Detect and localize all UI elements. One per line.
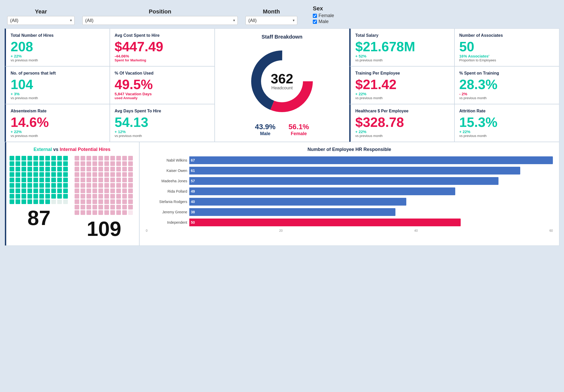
kpi-vacation-value: 49.5% — [115, 78, 210, 91]
kpi-absenteeism-title: Absenteeism Rate — [11, 108, 105, 113]
kpi-total-salary-sub: vs previous month — [355, 58, 450, 62]
waffle-internal-block: 109 — [75, 156, 133, 241]
sex-female-option[interactable]: Female — [313, 13, 334, 18]
waffle-panel: External vs Internal Potential Hires 87 … — [5, 142, 139, 246]
bar-row: Independent50 — [146, 219, 553, 226]
kpi-num-associates-sub: Proportion to Employees — [459, 58, 555, 62]
kpi-healthcare-value: $328.78 — [355, 115, 450, 129]
bar-value: 50 — [191, 220, 195, 224]
kpi-persons-left-value: 104 — [11, 78, 105, 91]
kpi-pct-training-change: - 2% — [459, 92, 555, 96]
kpi-absenteeism-value: 14.6% — [11, 115, 105, 129]
donut-chart: 362 Headcount — [246, 45, 318, 118]
kpi-avg-days-value: 54.13 — [115, 115, 210, 129]
kpi-total-hires-change: + 22% — [11, 54, 105, 58]
gender-male: 43.9% Male — [255, 123, 276, 136]
bar-chart-rows: Nabil Wilkins67Kaiser Owen61Madeeha Jone… — [146, 156, 553, 226]
bar-outer: 38 — [189, 208, 553, 216]
kpi-absenteeism-sub: vs previous month — [11, 134, 105, 138]
position-filter-label: Position — [149, 8, 171, 15]
kpi-num-associates-title: Number of Associates — [459, 33, 555, 38]
kpi-total-hires: Total Number of Hires 208 + 22% vs previ… — [5, 28, 110, 66]
kpi-avg-cost: Avg Cost Spent to Hire $447.49 -44.06% S… — [110, 28, 215, 66]
kpi-persons-left-change: + 3% — [11, 92, 105, 96]
year-filter-label: Year — [35, 8, 47, 15]
kpi-training-per-emp: Training Per Employee $21.42 + 22% vs pr… — [349, 66, 454, 104]
bar-value: 38 — [191, 210, 195, 214]
bar-row-name: Kaiser Owen — [146, 169, 187, 173]
year-filter-select[interactable]: (All) — [7, 16, 75, 25]
bar-row-name: Jeremy Greene — [146, 210, 187, 214]
female-pct: 56.1% — [288, 123, 309, 131]
kpi-training-per-emp-title: Training Per Employee — [355, 71, 450, 76]
kpi-total-hires-sub: vs previous month — [11, 58, 105, 62]
kpi-healthcare-title: Healthcare $ Per Employee — [355, 108, 450, 113]
bar-row: Jeremy Greene38 — [146, 208, 553, 216]
kpi-training-per-emp-sub: vs previous month — [355, 96, 450, 100]
kpi-pct-training-title: % Spent on Training — [459, 71, 555, 76]
sex-male-label: Male — [319, 19, 329, 24]
bar-outer: 49 — [189, 187, 553, 195]
kpi-attrition-sub: vs previous month — [459, 134, 555, 138]
bar-outer: 57 — [189, 177, 553, 185]
axis-60: 60 — [549, 229, 553, 233]
bar-outer: 61 — [189, 167, 553, 175]
sex-female-checkbox[interactable] — [313, 14, 317, 18]
kpi-avg-cost-title: Avg Cost Spent to Hire — [115, 33, 210, 38]
kpi-pct-training: % Spent on Training 28.3% - 2% vs previo… — [454, 66, 560, 104]
kpi-attrition: Attrition Rate 15.3% + 22% vs previous m… — [454, 104, 560, 142]
waffle-internal-value: 109 — [75, 217, 133, 241]
kpi-attrition-value: 15.3% — [459, 115, 555, 129]
kpi-avg-cost-value: $447.49 — [115, 40, 210, 53]
bar-row-name: Independent — [146, 220, 187, 224]
kpi-num-associates: Number of Associates 50 16% Associates' … — [454, 28, 560, 66]
gender-row: 43.9% Male 56.1% Female — [255, 123, 309, 136]
month-filter-label: Month — [263, 8, 280, 15]
kpi-vacation-title: % Of Vacation Used — [115, 71, 210, 76]
bar-fill: 57 — [189, 177, 498, 185]
kpi-avg-cost-change: -44.06% — [115, 54, 210, 58]
staff-breakdown-panel: Staff Breakdown 362 Headcount 43.9% — [215, 28, 349, 142]
bar-row: Nabil Wilkins67 — [146, 156, 553, 164]
kpi-num-associates-change: 16% Associates' — [459, 54, 555, 58]
bar-fill: 38 — [189, 208, 395, 216]
bar-chart-title: Number of Employee HR Responsible — [146, 147, 553, 152]
bar-row-name: Madeeha Jones — [146, 179, 187, 183]
kpi-total-salary: Total Salary $21.678M + 52% vs previous … — [349, 28, 454, 66]
waffle-title-internal: Internal Potential Hires — [60, 147, 111, 152]
bar-row: Rida Pollard49 — [146, 187, 553, 195]
kpi-healthcare-sub: vs previous month — [355, 134, 450, 138]
axis-20: 20 — [279, 229, 283, 233]
bar-fill: 67 — [189, 156, 553, 164]
sex-filter-group: Sex Female Male — [313, 5, 334, 25]
kpi-total-salary-title: Total Salary — [355, 33, 450, 38]
bar-row-name: Rida Pollard — [146, 189, 187, 193]
male-pct: 43.9% — [255, 123, 276, 131]
kpi-absenteeism: Absenteeism Rate 14.6% + 22% vs previous… — [5, 104, 110, 142]
bar-row: Stefania Rodgers40 — [146, 198, 553, 206]
kpi-training-per-emp-change: + 22% — [355, 92, 450, 96]
waffle-title-vs: vs — [53, 147, 60, 152]
female-label: Female — [288, 131, 309, 136]
staff-breakdown-title: Staff Breakdown — [262, 34, 302, 40]
kpi-vacation-sub: used Annually — [115, 96, 210, 100]
waffle-grid-row: 87 109 — [10, 156, 134, 241]
donut-label: Headcount — [271, 85, 293, 91]
sex-filter-label: Sex — [313, 5, 323, 12]
sex-male-option[interactable]: Male — [313, 19, 329, 24]
bar-row-name: Nabil Wilkins — [146, 158, 187, 162]
month-filter-select[interactable]: (All) — [245, 16, 297, 25]
bar-fill: 61 — [189, 167, 520, 175]
kpi-pct-training-value: 28.3% — [459, 78, 555, 91]
gender-female: 56.1% Female — [288, 123, 309, 136]
position-filter-select[interactable]: (All) — [82, 16, 238, 25]
sex-male-checkbox[interactable] — [313, 20, 317, 24]
waffle-title-external: External — [33, 147, 52, 152]
bar-outer: 40 — [189, 198, 553, 206]
waffle-title: External vs Internal Potential Hires — [10, 147, 134, 152]
bar-outer: 67 — [189, 156, 553, 164]
kpi-vacation-change: 5,847 Vacation Days — [115, 92, 210, 96]
kpi-healthcare-change: + 22% — [355, 129, 450, 134]
kpi-persons-left-sub: vs previous month — [11, 96, 105, 100]
waffle-internal-squares — [75, 156, 133, 215]
